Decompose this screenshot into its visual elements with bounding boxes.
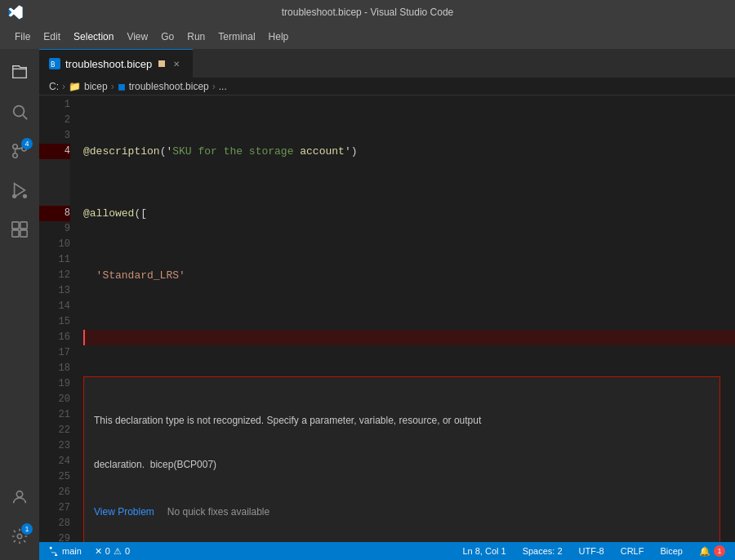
svg-rect-11	[20, 230, 27, 237]
line-numbers: 1 2 3 4 8 9 10 11 12 13 14 15 16 17 18 1…	[39, 96, 80, 542]
git-branch-status[interactable]: main	[46, 546, 85, 556]
code-editor[interactable]: 1 2 3 4 8 9 10 11 12 13 14 15 16 17 18 1…	[39, 96, 735, 542]
breadcrumb: C: › 📁 bicep › ◼ troubleshoot.bicep › ..…	[39, 78, 735, 96]
search-icon[interactable]	[0, 92, 39, 131]
status-left: main ✕ 0 ⚠ 0	[46, 546, 133, 557]
svg-point-3	[13, 153, 18, 158]
code-line-2: @allowed([	[83, 206, 735, 221]
title-bar: troubleshoot.bicep - Visual Studio Code	[0, 0, 735, 24]
activity-bar: 4	[0, 49, 39, 560]
notification-bell[interactable]: 🔔 1	[696, 545, 728, 557]
svg-line-1	[23, 115, 27, 119]
tab-modified-dot	[158, 60, 165, 67]
code-line-7	[83, 485, 735, 500]
tab-close-button[interactable]: ✕	[170, 57, 183, 70]
spaces-status[interactable]: Spaces: 2	[519, 546, 566, 556]
code-line-5	[83, 392, 735, 407]
status-bar: main ✕ 0 ⚠ 0 Ln 8, Col 1 Spaces: 2 UTF-8	[39, 542, 735, 560]
breadcrumb-more[interactable]: ...	[219, 81, 227, 92]
extensions-icon[interactable]	[0, 210, 39, 249]
breadcrumb-sep2: ›	[111, 81, 114, 92]
svg-point-13	[17, 534, 22, 539]
error-message-line2: declaration. bicep(BCP007)	[94, 457, 710, 472]
encoding-status[interactable]: UTF-8	[576, 546, 608, 556]
breadcrumb-folder-icon: 📁	[69, 81, 81, 92]
menu-file[interactable]: File	[8, 28, 37, 46]
svg-point-6	[13, 195, 16, 198]
menu-run[interactable]: Run	[180, 28, 212, 46]
menu-go[interactable]: Go	[154, 28, 180, 46]
svg-text:B: B	[51, 60, 55, 69]
breadcrumb-file[interactable]: troubleshoot.bicep	[129, 81, 209, 92]
account-icon[interactable]	[0, 478, 39, 517]
error-icon: ✕	[95, 546, 102, 557]
menu-view[interactable]: View	[120, 28, 154, 46]
git-branch-icon	[49, 546, 59, 556]
error-count: 0	[105, 546, 110, 556]
source-control-icon[interactable]: 4	[0, 131, 39, 171]
code-line-3: 'Standard_LRS'	[83, 268, 735, 283]
cursor-position[interactable]: Ln 8, Col 1	[459, 546, 509, 556]
explorer-icon[interactable]	[0, 53, 39, 92]
breadcrumb-bicep[interactable]: bicep	[84, 81, 108, 92]
menu-help[interactable]: Help	[262, 28, 296, 46]
svg-point-0	[14, 106, 24, 117]
source-control-badge: 4	[21, 138, 33, 149]
code-line-1: @description('SKU for the storage accoun…	[83, 144, 735, 159]
errors-status[interactable]: ✕ 0 ⚠ 0	[91, 546, 133, 557]
line-ending-status[interactable]: CRLF	[617, 546, 648, 556]
code-line-4: This declaration type is not recognized.…	[83, 330, 735, 345]
menu-selection[interactable]: Selection	[67, 28, 120, 46]
run-debug-icon[interactable]	[0, 171, 39, 210]
tab-label: troubleshoot.bicep	[65, 58, 152, 70]
warning-count: 0	[125, 546, 130, 556]
code-line-6	[83, 438, 735, 454]
svg-point-12	[16, 491, 22, 497]
error-actions: View Problem No quick fixes available	[94, 504, 710, 519]
svg-rect-9	[20, 222, 27, 229]
settings-badge: 1	[21, 523, 33, 535]
bell-icon: 🔔	[699, 546, 710, 557]
bicep-file-icon: B	[49, 58, 60, 69]
svg-point-2	[13, 144, 18, 149]
language-status[interactable]: Bicep	[657, 546, 686, 556]
svg-rect-8	[12, 222, 19, 229]
breadcrumb-file-icon: ◼	[118, 81, 126, 92]
title-text: troubleshoot.bicep - Visual Studio Code	[282, 7, 454, 18]
svg-point-7	[24, 195, 27, 198]
view-problem-button[interactable]: View Problem	[94, 506, 154, 518]
svg-rect-10	[12, 230, 19, 237]
error-message-line1: This declaration type is not recognized.…	[94, 413, 710, 428]
git-branch-name: main	[62, 546, 82, 556]
breadcrumb-sep1: ›	[62, 81, 65, 92]
breadcrumb-sep3: ›	[212, 81, 216, 92]
tab-troubleshoot-bicep[interactable]: B troubleshoot.bicep ✕	[39, 49, 193, 78]
warning-icon: ⚠	[114, 546, 122, 557]
vscode-icon	[8, 5, 23, 20]
menu-bar: File Edit Selection View Go Run Terminal…	[0, 24, 735, 49]
menu-edit[interactable]: Edit	[37, 28, 67, 46]
code-content: @description('SKU for the storage accoun…	[80, 96, 735, 542]
status-right: Ln 8, Col 1 Spaces: 2 UTF-8 CRLF Bicep 🔔…	[459, 545, 728, 557]
settings-icon[interactable]: 1	[0, 517, 39, 556]
no-quick-fixes-label: No quick fixes available	[167, 504, 270, 519]
tabs-bar: B troubleshoot.bicep ✕	[39, 49, 735, 78]
breadcrumb-c: C:	[49, 81, 59, 92]
notification-count: 1	[714, 545, 725, 557]
menu-terminal[interactable]: Terminal	[212, 28, 261, 46]
